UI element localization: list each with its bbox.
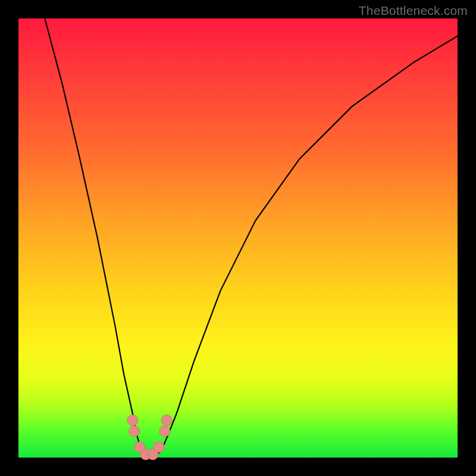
plot-area (18, 18, 458, 458)
outer-frame: TheBottleneck.com (0, 0, 476, 476)
marker-dot (159, 426, 170, 437)
marker-dot (154, 441, 164, 452)
marker-group (127, 415, 173, 460)
marker-dot (127, 415, 138, 425)
chart-svg (18, 18, 458, 458)
marker-dot (161, 415, 172, 425)
watermark-text: TheBottleneck.com (359, 4, 468, 18)
marker-dot (129, 426, 140, 437)
bottleneck-curve (45, 18, 458, 456)
